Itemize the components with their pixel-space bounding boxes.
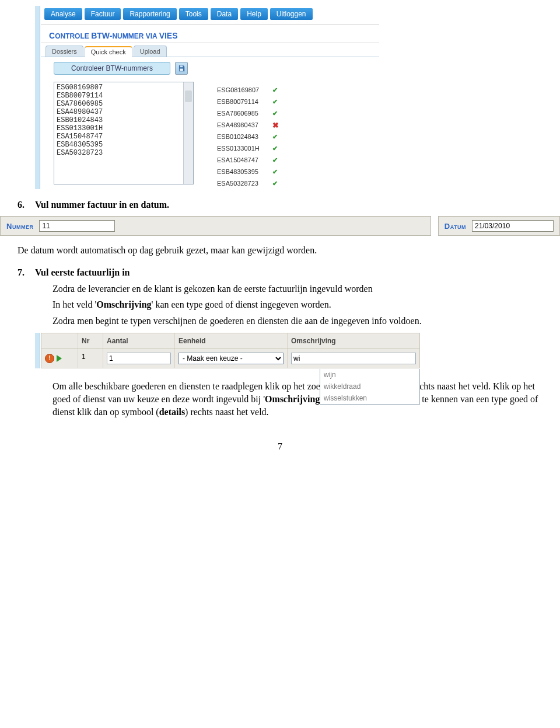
autocomplete-dropdown[interactable]: wijnwikkeldraadwisselstukken: [320, 369, 420, 405]
vat-result-value: ESS0133001H: [217, 145, 272, 152]
vat-result-row: ESA50328723✔: [217, 177, 279, 189]
window-left-accent: [35, 333, 40, 368]
vat-input-textarea[interactable]: ESG08169807ESB80079114ESA78606985ESA4898…: [54, 82, 194, 184]
check-vat-button[interactable]: Controleer BTW-nummers: [54, 62, 170, 75]
vat-input-line: ESA15048747: [57, 133, 191, 141]
vat-result-value: ESA50328723: [217, 180, 272, 187]
menu-item-uitloggen[interactable]: Uitloggen: [270, 8, 313, 20]
aantal-input[interactable]: [107, 353, 171, 364]
nummer-panel: Nummer: [0, 216, 431, 236]
check-area: ESG08169807ESB80079114ESA78606985ESA4898…: [41, 78, 379, 189]
vat-result-row: ESB80079114✔: [217, 96, 279, 107]
tab-upload[interactable]: Upload: [134, 46, 167, 57]
insert-arrow-icon[interactable]: [57, 355, 62, 362]
vat-result-row: ESA15048747✔: [217, 154, 279, 166]
vat-result-value: ESG08169807: [217, 86, 272, 93]
check-icon: ✔: [272, 98, 278, 106]
vat-input-line: ESG08169807: [57, 83, 191, 92]
vat-result-value: ESB01024843: [217, 133, 272, 140]
check-icon: ✔: [272, 110, 278, 117]
vat-result-value: ESA78606985: [217, 110, 272, 117]
step-6-note: De datum wordt automatisch op dag gebrui…: [18, 244, 542, 257]
autocomplete-option[interactable]: wikkeldraad: [320, 381, 419, 392]
svg-rect-1: [180, 69, 183, 71]
menu-item-rapportering[interactable]: Rapportering: [123, 8, 176, 20]
vat-input-line: ESB80079114: [57, 92, 191, 100]
scrollbar[interactable]: [183, 82, 193, 184]
menu-item-help[interactable]: Help: [240, 8, 268, 20]
menu-item-factuur[interactable]: Factuur: [85, 8, 121, 20]
check-icon: ✔: [272, 168, 278, 176]
step-7-line1: Zodra de leverancier en de klant is geko…: [52, 283, 542, 295]
step-7-para2: Om alle beschikbare goederen en diensten…: [52, 380, 542, 418]
vat-result-value: ESB48305395: [217, 168, 272, 175]
eenheid-select[interactable]: - Maak een keuze -: [178, 353, 284, 364]
vat-result-list: ESG08169807✔ESB80079114✔ESA78606985✔ESA4…: [217, 82, 279, 189]
grid-row: ! 1 - Maak een keuze -: [41, 349, 419, 368]
row-nr: 1: [78, 349, 103, 368]
autocomplete-option[interactable]: wijn: [320, 369, 419, 381]
step-7-heading: 7. Vul eerste factuurlijn in: [18, 267, 542, 278]
toolbar: Controleer BTW-nummers: [41, 57, 379, 78]
grid-header: Nr Aantal Eenheid Omschrijving: [41, 333, 419, 349]
vat-result-value: ESA15048747: [217, 156, 272, 163]
vat-input-line: ESB48305395: [57, 141, 191, 149]
page-number: 7: [0, 441, 560, 452]
vat-result-row: ESG08169807✔: [217, 84, 279, 96]
nummer-label: Nummer: [6, 222, 33, 231]
vat-result-row: ESA78606985✔: [217, 107, 279, 119]
vat-input-line: ESS0133001H: [57, 124, 191, 133]
check-icon: ✔: [272, 156, 278, 164]
vat-input-line: ESB01024843: [57, 116, 191, 124]
check-icon: ✔: [272, 133, 278, 141]
step-6-heading: 6. Vul nummer factuur in en datum.: [18, 200, 542, 210]
section-title: CONTROLE BTW-NUMMER VIA VIES: [41, 25, 379, 43]
menu-item-tools[interactable]: Tools: [179, 8, 208, 20]
vies-app-screenshot: AnalyseFactuurRapporteringToolsDataHelpU…: [35, 6, 379, 189]
nummer-input[interactable]: [39, 220, 115, 232]
save-icon[interactable]: [175, 62, 188, 75]
vat-input-line: ESA78606985: [57, 100, 191, 108]
menu-item-analyse[interactable]: Analyse: [44, 8, 82, 20]
step-7-line3: Zodra men begint te typen verschijnen de…: [52, 315, 542, 328]
menu-item-data[interactable]: Data: [211, 8, 238, 20]
step-7-line2: In het veld 'Omschrijving' kan een type …: [52, 298, 542, 311]
svg-rect-0: [180, 65, 183, 67]
warning-icon[interactable]: !: [45, 354, 54, 363]
tab-dossiers[interactable]: Dossiers: [46, 46, 83, 57]
nummer-datum-bar: Nummer Datum: [0, 216, 560, 236]
main-menu: AnalyseFactuurRapporteringToolsDataHelpU…: [41, 6, 379, 25]
tab-quick-check[interactable]: Quick check: [85, 46, 132, 57]
datum-label: Datum: [444, 222, 466, 231]
vat-result-value: ESA48980437: [217, 121, 272, 128]
check-icon: ✔: [272, 86, 278, 94]
vat-result-row: ESB01024843✔: [217, 131, 279, 142]
window-left-accent: [35, 6, 40, 189]
check-icon: ✔: [272, 145, 278, 152]
datum-input[interactable]: [472, 220, 554, 232]
vat-input-line: ESA50328723: [57, 149, 191, 157]
vat-result-row: ESB48305395✔: [217, 166, 279, 177]
vat-result-value: ESB80079114: [217, 98, 272, 105]
autocomplete-option[interactable]: wisselstukken: [320, 392, 419, 404]
omschrijving-input[interactable]: [291, 353, 416, 364]
cross-icon: ✖: [272, 121, 279, 130]
invoice-line-grid: Nr Aantal Eenheid Omschrijving ! 1 - Maa…: [35, 333, 420, 368]
sub-tabs: DossiersQuick checkUpload: [41, 43, 379, 57]
vat-input-line: ESA48980437: [57, 108, 191, 116]
check-icon: ✔: [272, 180, 278, 187]
vat-result-row: ESA48980437✖: [217, 119, 279, 131]
vat-result-row: ESS0133001H✔: [217, 142, 279, 154]
datum-panel: Datum: [438, 216, 560, 236]
